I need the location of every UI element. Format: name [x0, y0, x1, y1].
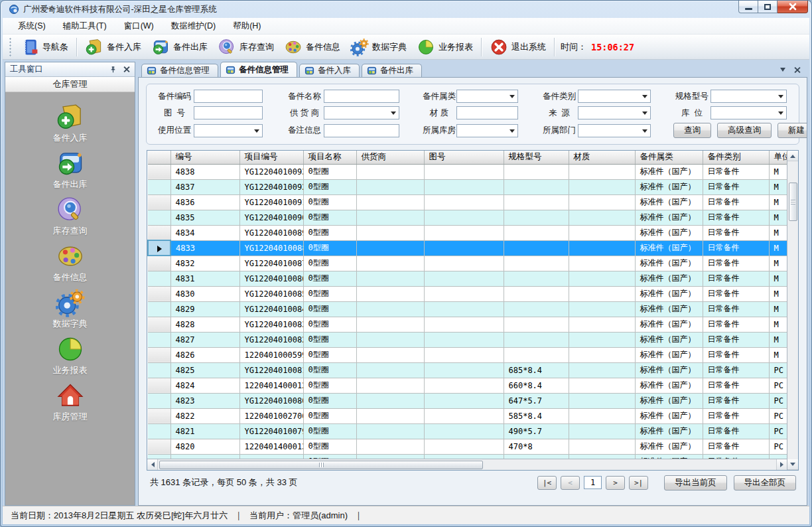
tab-parts-info-mgmt-2[interactable]: 备件信息管理 — [220, 62, 297, 77]
sidebar-item-parts-info[interactable]: 备件信息 — [53, 242, 88, 283]
vertical-scroll-thumb[interactable] — [789, 183, 797, 221]
part-type-select[interactable] — [578, 90, 651, 103]
table-row[interactable]: 4835YG122040100900型圈标准件（国产）日常备件M — [148, 210, 787, 225]
part-category-select[interactable] — [456, 90, 518, 103]
tab-parts-inbound[interactable]: 备件入库 — [299, 64, 360, 77]
restore-button[interactable] — [758, 1, 778, 13]
column-header[interactable]: 单位 — [769, 151, 787, 164]
sidebar-item-data-dict[interactable]: 数据字典 — [53, 288, 88, 330]
row-selector[interactable] — [148, 332, 170, 347]
table-row[interactable]: 4838YG122040100930型圈标准件（国产）日常备件M — [148, 164, 787, 179]
column-header[interactable]: 项目名称 — [303, 151, 356, 164]
table-row[interactable]: 4832YG122040100870型圈标准件（国产）日常备件M — [148, 256, 787, 271]
row-selector[interactable] — [148, 347, 170, 362]
toolbar-exit-button[interactable]: 退出系统 — [488, 37, 548, 58]
row-selector[interactable] — [148, 271, 170, 286]
table-row[interactable]: 482012204014000130型圈470*8标准件（国产）日常备件PC — [148, 439, 787, 454]
menu-system[interactable]: 系统(S) — [11, 19, 53, 34]
column-header[interactable]: 供货商 — [356, 151, 424, 164]
row-selector[interactable] — [148, 439, 170, 454]
minimize-button[interactable] — [738, 1, 758, 13]
row-selector[interactable] — [148, 423, 170, 439]
toolbar-navbar-button[interactable]: 导航条 — [19, 37, 70, 58]
row-selector[interactable] — [148, 240, 170, 256]
vertical-scrollbar[interactable] — [787, 151, 798, 470]
pin-icon[interactable] — [109, 66, 117, 74]
table-row[interactable]: 4830YG122040100850型圈标准件（国产）日常备件M — [148, 286, 787, 301]
query-button[interactable]: 查询 — [673, 123, 711, 138]
table-row[interactable]: 4827YG122040100820型圈标准件（国产）日常备件M — [148, 332, 787, 347]
scroll-right-button[interactable] — [776, 459, 787, 470]
sidebar-item-stock-query[interactable]: 库存查询 — [53, 195, 88, 237]
tab-parts-info-mgmt-1[interactable]: 备件信息管理 — [141, 64, 218, 77]
row-selector[interactable] — [148, 256, 170, 271]
table-row[interactable]: 4834YG122040100890型圈标准件（国产）日常备件M — [148, 225, 787, 240]
tool-window-close-icon[interactable] — [123, 66, 130, 73]
material-input[interactable] — [456, 106, 518, 119]
supplier-select[interactable] — [324, 106, 399, 119]
column-header[interactable]: 编号 — [170, 151, 239, 164]
row-selector[interactable] — [148, 301, 170, 317]
row-selector[interactable] — [148, 317, 170, 332]
column-header[interactable]: 备件类别 — [703, 151, 769, 164]
table-row[interactable]: 4825YG122040100810型圈685*8.4标准件（国产）日常备件PC — [148, 362, 787, 378]
menu-window[interactable]: 窗口(W) — [117, 19, 161, 34]
column-header[interactable]: 项目编号 — [239, 151, 303, 164]
part-code-input[interactable] — [194, 90, 263, 103]
toolbar-stock-query-button[interactable]: 库存查询 — [216, 37, 276, 58]
prev-page-button[interactable]: < — [561, 476, 580, 490]
table-row[interactable]: 4831YG122040100860型圈标准件（国产）日常备件M — [148, 271, 787, 286]
tab-parts-outbound[interactable]: 备件出库 — [362, 64, 422, 77]
row-selector[interactable] — [148, 286, 170, 301]
row-selector[interactable] — [148, 164, 170, 179]
table-row[interactable]: 482612204010005990型圈标准件（国产）日常备件M — [148, 347, 787, 362]
tab-close-icon[interactable] — [793, 66, 801, 74]
table-row[interactable]: 482412204014000120型圈660*8.4标准件（国产）日常备件PC — [148, 378, 787, 393]
remark-input[interactable] — [324, 124, 399, 137]
row-selector[interactable] — [148, 408, 170, 423]
source-select[interactable] — [578, 106, 651, 119]
department-select[interactable] — [578, 124, 651, 137]
menu-aux-tools[interactable]: 辅助工具(T) — [56, 19, 114, 34]
table-row[interactable]: 4828YG122040100830型圈标准件（国产）日常备件M — [148, 317, 787, 332]
toolbar-data-dict-button[interactable]: 数据字典 — [348, 37, 409, 58]
row-selector[interactable] — [148, 378, 170, 393]
row-selector[interactable] — [148, 179, 170, 194]
part-name-input[interactable] — [324, 90, 399, 103]
table-row[interactable]: 4833YG122040100880型圈标准件（国产）日常备件M — [148, 240, 787, 256]
sidebar-item-business-report[interactable]: 业务报表 — [53, 335, 88, 376]
toolbar-business-report-button[interactable]: 业务报表 — [415, 37, 475, 58]
spec-model-select[interactable] — [710, 90, 787, 103]
title-bar[interactable]: 广州爱奇迪软件科技有限公司-深田之星仓库管理系统 — [3, 1, 809, 18]
export-current-page-button[interactable]: 导出当前页 — [664, 475, 727, 490]
create-button[interactable]: 新建 — [778, 123, 807, 138]
toolbar-parts-inbound-button[interactable]: 备件入库 — [83, 37, 143, 58]
warehouse-select[interactable] — [456, 124, 518, 137]
page-number-input[interactable] — [584, 476, 602, 489]
row-selector[interactable] — [148, 194, 170, 210]
row-selector[interactable] — [148, 210, 170, 225]
menu-help[interactable]: 帮助(H) — [226, 19, 268, 34]
table-row[interactable]: 4829YG122040100840型圈标准件（国产）日常备件M — [148, 301, 787, 317]
sidebar-item-parts-inbound[interactable]: 备件入库 — [53, 102, 88, 144]
row-selector[interactable] — [148, 454, 170, 459]
toolbar-parts-outbound-button[interactable]: 备件出库 — [149, 37, 210, 58]
scroll-up-button[interactable] — [787, 151, 798, 161]
sidebar-item-parts-outbound[interactable]: 备件出库 — [53, 149, 88, 190]
use-position-select[interactable] — [194, 124, 263, 137]
advanced-query-button[interactable]: 高级查询 — [717, 123, 772, 138]
sidebar-group-header[interactable]: 仓库管理 — [5, 77, 135, 92]
column-header[interactable]: 规格型号 — [504, 151, 569, 164]
row-selector[interactable] — [148, 393, 170, 408]
row-selector[interactable] — [148, 225, 170, 240]
table-row[interactable]: 4821YG122040100790型圈490*5.7标准件（国产）日常备件PC — [148, 423, 787, 439]
scroll-left-button[interactable] — [147, 459, 158, 470]
table-row[interactable]: 4823YG122040100800型圈647*5.7标准件（国产）日常备件PC — [148, 393, 787, 408]
column-header[interactable]: 材质 — [569, 151, 635, 164]
last-page-button[interactable]: >| — [629, 476, 648, 490]
table-row[interactable]: 4837YG122040100920型圈标准件（国产）日常备件M — [148, 179, 787, 194]
location-select[interactable] — [710, 106, 787, 119]
menu-data-maintenance[interactable]: 数据维护(D) — [164, 19, 223, 34]
table-row[interactable]: 48190型圈标准件（国产）日常备件 — [148, 454, 787, 459]
horizontal-scrollbar[interactable] — [147, 459, 787, 470]
